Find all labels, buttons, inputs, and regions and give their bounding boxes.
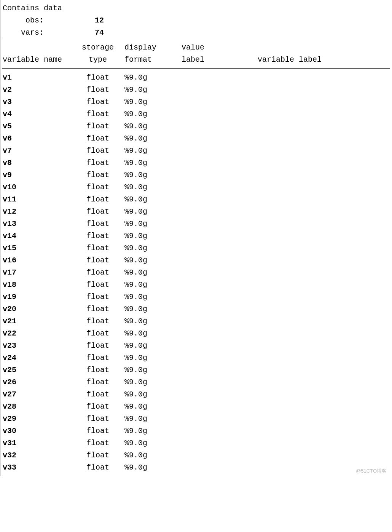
var-fmt: %9.0g <box>121 462 178 474</box>
col-format-l1: display <box>121 42 178 54</box>
var-vlab <box>178 303 235 315</box>
var-lab <box>235 279 390 291</box>
var-type: float <box>75 340 121 352</box>
var-vlab <box>178 291 235 303</box>
var-fmt: %9.0g <box>121 206 178 218</box>
var-type: float <box>75 157 121 169</box>
var-fmt: %9.0g <box>121 388 178 401</box>
var-lab <box>235 425 390 437</box>
variable-row: v11float%9.0g <box>3 193 390 206</box>
var-name: v1 <box>3 72 75 84</box>
var-vlab <box>178 193 235 206</box>
var-fmt: %9.0g <box>121 437 178 449</box>
var-type: float <box>75 120 121 133</box>
var-name: v32 <box>3 449 75 462</box>
var-type: float <box>75 267 121 279</box>
variable-row: v19float%9.0g <box>3 291 390 303</box>
var-fmt: %9.0g <box>121 401 178 413</box>
var-fmt: %9.0g <box>121 193 178 206</box>
var-lab <box>235 120 390 133</box>
describe-output: Contains data obs: 12 vars: 74 storage d… <box>0 0 390 476</box>
var-lab <box>235 206 390 218</box>
var-type: float <box>75 352 121 364</box>
var-type: float <box>75 242 121 254</box>
var-vlab <box>178 96 235 108</box>
var-name: v30 <box>3 425 75 437</box>
col-label-l2: variable label <box>235 54 390 66</box>
variable-rows: v1float%9.0gv2float%9.0gv3float%9.0gv4fl… <box>2 69 390 474</box>
var-fmt: %9.0g <box>121 267 178 279</box>
var-vlab <box>178 120 235 133</box>
var-fmt: %9.0g <box>121 291 178 303</box>
variable-row: v15float%9.0g <box>3 242 390 254</box>
var-type: float <box>75 315 121 328</box>
var-fmt: %9.0g <box>121 157 178 169</box>
variable-row: v26float%9.0g <box>3 376 390 388</box>
var-fmt: %9.0g <box>121 169 178 181</box>
var-type: float <box>75 181 121 193</box>
vars-value: 74 <box>47 27 104 39</box>
var-type: float <box>75 133 121 145</box>
var-fmt: %9.0g <box>121 425 178 437</box>
var-type: float <box>75 218 121 230</box>
var-vlab <box>178 279 235 291</box>
variable-row: v22float%9.0g <box>3 328 390 340</box>
var-fmt: %9.0g <box>121 84 178 96</box>
var-type: float <box>75 96 121 108</box>
var-type: float <box>75 376 121 388</box>
variable-row: v5float%9.0g <box>3 120 390 133</box>
var-name: v19 <box>3 291 75 303</box>
variable-row: v29float%9.0g <box>3 413 390 425</box>
var-lab <box>235 72 390 84</box>
var-name: v20 <box>3 303 75 315</box>
var-name: v8 <box>3 157 75 169</box>
variable-row: v20float%9.0g <box>3 303 390 315</box>
variable-row: v4float%9.0g <box>3 108 390 120</box>
var-type: float <box>75 388 121 401</box>
var-vlab <box>178 401 235 413</box>
var-vlab <box>178 364 235 376</box>
variable-row: v25float%9.0g <box>3 364 390 376</box>
var-type: float <box>75 206 121 218</box>
col-name-l1 <box>3 42 75 54</box>
variable-row: v6float%9.0g <box>3 133 390 145</box>
var-type: float <box>75 328 121 340</box>
var-name: v9 <box>3 169 75 181</box>
var-name: v11 <box>3 193 75 206</box>
variable-row: v17float%9.0g <box>3 267 390 279</box>
var-vlab <box>178 206 235 218</box>
var-lab <box>235 181 390 193</box>
var-lab <box>235 267 390 279</box>
variable-row: v1float%9.0g <box>3 72 390 84</box>
col-label-l1 <box>235 42 390 54</box>
var-fmt: %9.0g <box>121 254 178 267</box>
var-fmt: %9.0g <box>121 279 178 291</box>
var-name: v23 <box>3 340 75 352</box>
var-name: v22 <box>3 328 75 340</box>
vars-label: vars: <box>2 27 47 39</box>
var-fmt: %9.0g <box>121 108 178 120</box>
var-lab <box>235 145 390 157</box>
var-fmt: %9.0g <box>121 449 178 462</box>
var-type: float <box>75 413 121 425</box>
var-lab <box>235 364 390 376</box>
var-name: v2 <box>3 84 75 96</box>
var-fmt: %9.0g <box>121 72 178 84</box>
var-lab <box>235 84 390 96</box>
var-fmt: %9.0g <box>121 96 178 108</box>
var-lab <box>235 254 390 267</box>
var-type: float <box>75 401 121 413</box>
var-lab <box>235 328 390 340</box>
var-fmt: %9.0g <box>121 242 178 254</box>
var-fmt: %9.0g <box>121 120 178 133</box>
var-type: float <box>75 291 121 303</box>
col-format-l2: format <box>121 54 178 66</box>
var-lab <box>235 303 390 315</box>
var-fmt: %9.0g <box>121 352 178 364</box>
col-type-l2: type <box>75 54 121 66</box>
var-type: float <box>75 425 121 437</box>
var-type: float <box>75 449 121 462</box>
var-vlab <box>178 449 235 462</box>
var-vlab <box>178 72 235 84</box>
var-lab <box>235 169 390 181</box>
